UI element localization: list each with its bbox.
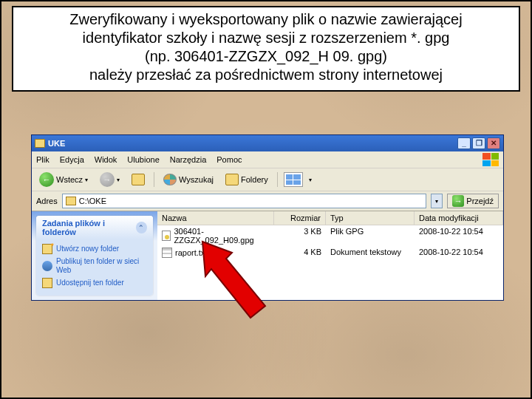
address-dropdown[interactable]: ▾ — [431, 194, 443, 208]
menu-view[interactable]: Widok — [95, 155, 117, 164]
folders-label: Foldery — [241, 175, 268, 184]
up-folder-icon — [132, 174, 145, 185]
forward-button[interactable]: → ▾ — [97, 171, 123, 188]
search-button[interactable]: Wyszukaj — [160, 172, 216, 187]
instruction-line: należy przesłać za pośrednictwem strony … — [19, 66, 513, 84]
search-label: Wyszukaj — [179, 175, 214, 184]
tasks-pane: Zadania plików i folderów ⌃ Utwórz nowy … — [32, 211, 157, 300]
task-label: Publikuj ten folder w sieci Web — [56, 257, 147, 275]
back-label: Wstecz — [56, 175, 83, 184]
go-button[interactable]: → Przejdź — [447, 194, 499, 208]
col-date[interactable]: Data modyfikacji — [415, 211, 503, 225]
address-input[interactable]: C:\OKE — [62, 194, 427, 208]
up-button[interactable] — [129, 172, 148, 187]
txt-file-icon — [162, 248, 172, 258]
publish-icon — [42, 261, 52, 271]
instruction-line: (np. 306401-ZZGZX_092_H 09. gpg) — [19, 47, 513, 66]
explorer-window: UKE _ ❐ ✕ Plik Edycja Widok Ulubione Nar… — [31, 134, 504, 301]
file-type: Dokument tekstowy — [326, 247, 415, 259]
folders-icon — [225, 174, 239, 185]
menu-file[interactable]: Plik — [36, 155, 50, 164]
gpg-file-icon — [162, 231, 171, 241]
new-folder-icon — [42, 244, 52, 254]
tasks-box: Zadania plików i folderów ⌃ Utwórz nowy … — [36, 216, 153, 296]
folder-icon — [66, 197, 76, 205]
task-share[interactable]: Udostępnij ten folder — [42, 276, 147, 290]
go-label: Przejdź — [466, 197, 494, 205]
address-label: Adres — [36, 197, 58, 205]
search-icon — [163, 174, 177, 185]
address-value: C:\OKE — [79, 197, 106, 205]
folders-button[interactable]: Foldery — [222, 172, 271, 187]
view-mode-button[interactable] — [284, 172, 303, 187]
maximize-button[interactable]: ❐ — [472, 137, 485, 149]
close-button[interactable]: ✕ — [487, 137, 500, 149]
menu-favorites[interactable]: Ulubione — [127, 155, 159, 164]
file-size: 3 KB — [274, 226, 326, 245]
share-icon — [42, 278, 52, 288]
file-type: Plik GPG — [326, 226, 415, 245]
menu-edit[interactable]: Edycja — [60, 155, 84, 164]
file-size: 4 KB — [274, 247, 326, 259]
toolbar: ← Wstecz ▾ → ▾ Wyszukaj Foldery ▾ — [32, 168, 503, 191]
file-list-pane: Nazwa Rozmiar Typ Data modyfikacji 30640… — [157, 211, 503, 300]
back-arrow-icon: ← — [39, 172, 54, 187]
chevron-down-icon: ▾ — [85, 177, 88, 183]
address-bar: Adres C:\OKE ▾ → Przejdź — [32, 191, 503, 211]
titlebar[interactable]: UKE _ ❐ ✕ — [32, 135, 503, 151]
separator — [277, 172, 278, 187]
forward-arrow-icon: → — [100, 172, 115, 187]
menu-help[interactable]: Pomoc — [216, 155, 242, 164]
back-button[interactable]: ← Wstecz ▾ — [36, 171, 91, 188]
chevron-down-icon: ▾ — [117, 177, 120, 183]
window-buttons: _ ❐ ✕ — [457, 137, 500, 149]
task-new-folder[interactable]: Utwórz nowy folder — [42, 242, 147, 256]
minimize-button[interactable]: _ — [457, 137, 471, 149]
separator — [154, 172, 154, 187]
tasks-header[interactable]: Zadania plików i folderów ⌃ — [36, 216, 153, 239]
col-name[interactable]: Nazwa — [157, 211, 274, 225]
collapse-icon: ⌃ — [136, 222, 147, 233]
task-publish[interactable]: Publikuj ten folder w sieci Web — [42, 256, 147, 276]
file-date: 2008-10-22 10:54 — [415, 247, 503, 259]
tasks-body: Utwórz nowy folder Publikuj ten folder w… — [36, 239, 153, 296]
windows-flag-icon — [482, 153, 499, 166]
task-label: Udostępnij ten folder — [56, 279, 124, 287]
task-label: Utwórz nowy folder — [56, 245, 119, 253]
file-date: 2008-10-22 10:54 — [415, 226, 503, 245]
file-list: 306401-ZZGZX_092_H09.gpg 3 KB Plik GPG 2… — [157, 225, 503, 259]
file-row[interactable]: 306401-ZZGZX_092_H09.gpg 3 KB Plik GPG 2… — [157, 225, 503, 246]
folder-icon — [35, 139, 45, 148]
instruction-box: Zweryfikowany i wyeksportowany plik o na… — [12, 6, 520, 92]
col-type[interactable]: Typ — [326, 211, 415, 225]
window-title: UKE — [48, 139, 457, 148]
instruction-line: identyfikator szkoły i nazwę sesji z roz… — [19, 29, 513, 47]
file-name: raport.txt — [175, 248, 207, 257]
explorer-body: Zadania plików i folderów ⌃ Utwórz nowy … — [32, 211, 503, 300]
menu-tools[interactable]: Narzędzia — [170, 155, 207, 164]
column-headers: Nazwa Rozmiar Typ Data modyfikacji — [157, 211, 503, 225]
file-row[interactable]: raport.txt 4 KB Dokument tekstowy 2008-1… — [157, 246, 503, 259]
go-arrow-icon: → — [452, 195, 464, 207]
col-size[interactable]: Rozmiar — [274, 211, 326, 225]
menubar: Plik Edycja Widok Ulubione Narzędzia Pom… — [32, 151, 503, 168]
instruction-line: Zweryfikowany i wyeksportowany plik o na… — [19, 10, 513, 29]
file-name: 306401-ZZGZX_092_H09.gpg — [174, 227, 270, 245]
chevron-down-icon[interactable]: ▾ — [309, 177, 312, 183]
tasks-title: Zadania plików i folderów — [42, 219, 136, 236]
